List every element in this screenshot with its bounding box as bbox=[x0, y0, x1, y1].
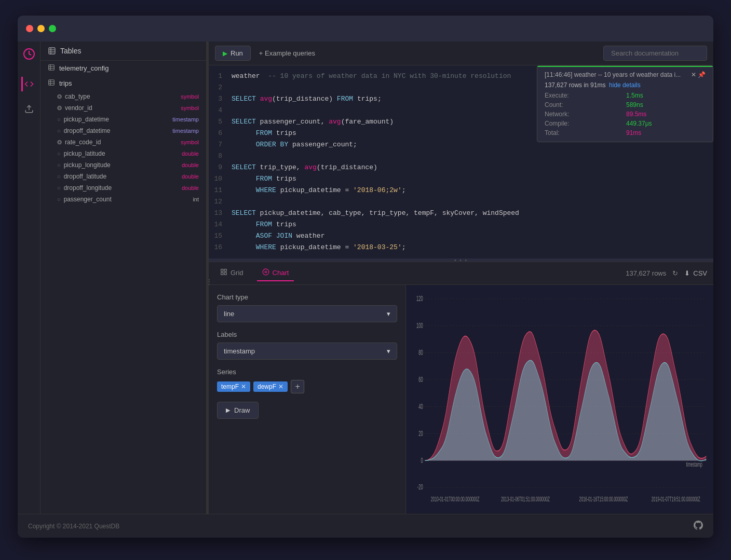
labels-select[interactable]: timestamp ▾ bbox=[217, 343, 397, 360]
run-label: Run bbox=[231, 49, 243, 57]
editor-container: 12345 678910 1112131415 16 weather -- 10… bbox=[209, 65, 713, 258]
footer-copyright: Copyright © 2014-2021 QuestDB bbox=[28, 523, 119, 530]
field-cab-type: ❂ cab_type symbol bbox=[40, 91, 206, 102]
field-dropoff-lat: ○ dropoff_latitude double bbox=[40, 171, 206, 182]
grid-tab-icon bbox=[220, 268, 227, 277]
x-axis-name: timestamp bbox=[686, 460, 702, 468]
x-label-3: 2016-01-16T15:00:00.000000Z bbox=[579, 496, 628, 503]
field-type-dropoff-dt: timestamp bbox=[172, 128, 199, 134]
draw-play-icon: ▶ bbox=[226, 407, 230, 414]
execute-label: Execute: bbox=[545, 92, 624, 99]
grid-tab-label: Grid bbox=[231, 269, 243, 277]
notif-success-bar bbox=[537, 66, 713, 67]
field-type-dropoff-lon: double bbox=[182, 185, 199, 191]
chart-type-label: Chart type bbox=[217, 293, 397, 301]
tag-tempf-label: tempF bbox=[221, 383, 239, 390]
example-queries-button[interactable]: + Example queries bbox=[259, 49, 315, 57]
chart-display: .grid-line { stroke: #333; stroke-width:… bbox=[406, 285, 713, 514]
field-pickup-lon: ○ pickup_longitude double bbox=[40, 159, 206, 171]
labels-value: timestamp bbox=[224, 347, 255, 355]
field-type-pickup-dt: timestamp bbox=[172, 116, 199, 122]
chart-type-value: line bbox=[224, 310, 234, 318]
download-icon: ⬇ bbox=[684, 269, 690, 277]
github-icon[interactable] bbox=[694, 521, 703, 531]
svg-rect-2 bbox=[49, 48, 55, 54]
close-dot[interactable] bbox=[26, 25, 33, 32]
add-series-button[interactable]: + bbox=[291, 380, 304, 393]
sidebar-icons bbox=[18, 42, 40, 514]
y-60: 60 bbox=[418, 375, 423, 383]
tag-dewpf-remove[interactable]: ✕ bbox=[278, 383, 283, 390]
csv-download-button[interactable]: ⬇ CSV bbox=[684, 269, 707, 277]
field-type-pickup-lon: double bbox=[182, 162, 199, 168]
csv-label: CSV bbox=[693, 269, 707, 277]
count-value: 589ns bbox=[626, 101, 706, 108]
y-100: 100 bbox=[416, 322, 423, 330]
refresh-icon[interactable]: ↻ bbox=[672, 269, 678, 277]
titlebar bbox=[18, 16, 713, 42]
query-notification: [11:46:46] weather -- 10 years of weathe… bbox=[537, 65, 713, 142]
field-dropoff-datetime: ○ dropoff_datetime timestamp bbox=[40, 125, 206, 136]
notif-title: [11:46:46] weather -- 10 years of weathe… bbox=[545, 71, 681, 78]
chart-tab-label: Chart bbox=[273, 269, 289, 277]
svg-rect-16 bbox=[224, 272, 226, 275]
run-play-icon: ▶ bbox=[223, 50, 227, 57]
results-tabs: Grid Chart 137,627 rows ↻ ⬇ bbox=[209, 262, 713, 285]
field-type-cab-type: symbol bbox=[181, 93, 199, 100]
svg-rect-6 bbox=[49, 65, 55, 71]
field-type-dropoff-lat: double bbox=[182, 173, 199, 180]
count-label: Count: bbox=[545, 101, 624, 108]
svg-rect-14 bbox=[221, 269, 223, 271]
tag-dewpf-label: dewpF bbox=[258, 383, 276, 390]
tab-chart[interactable]: Chart bbox=[257, 265, 294, 281]
trips-table-grid-icon bbox=[48, 79, 55, 88]
minimize-dot[interactable] bbox=[37, 25, 45, 32]
tab-grid[interactable]: Grid bbox=[215, 265, 249, 281]
x-label-1: 2010-01-01T00:00:00.000000Z bbox=[431, 496, 480, 503]
main-area: ▶ Run + Example queries 12345 678910 111… bbox=[209, 42, 713, 514]
field-pickup-lat: ○ pickup_latitude double bbox=[40, 148, 206, 159]
run-button[interactable]: ▶ Run bbox=[215, 46, 251, 61]
y-neg20: -20 bbox=[417, 483, 423, 491]
maximize-dot[interactable] bbox=[49, 25, 56, 32]
total-value: 91ms bbox=[626, 129, 706, 136]
compile-label: Compile: bbox=[545, 120, 624, 127]
svg-rect-17 bbox=[221, 272, 223, 275]
series-tag-tempf[interactable]: tempF ✕ bbox=[217, 381, 250, 392]
draw-button[interactable]: ▶ Draw bbox=[217, 402, 259, 419]
table-grid-icon bbox=[48, 64, 55, 73]
y-40: 40 bbox=[418, 402, 423, 410]
series-tag-dewpf[interactable]: dewpF ✕ bbox=[253, 381, 288, 392]
y-120: 120 bbox=[416, 295, 423, 303]
draw-label: Draw bbox=[234, 406, 250, 414]
results-info: 137,627 rows ↻ ⬇ CSV bbox=[626, 269, 707, 277]
table-item-trips[interactable]: trips bbox=[40, 76, 206, 91]
field-rate-code-id: ❂ rate_code_id symbol bbox=[40, 136, 206, 148]
tables-label: Tables bbox=[60, 47, 81, 55]
code-icon[interactable] bbox=[21, 77, 36, 91]
chart-type-select[interactable]: line ▾ bbox=[217, 305, 397, 322]
chevron-down-icon: ▾ bbox=[387, 310, 390, 318]
series-tags: tempF ✕ dewpF ✕ + bbox=[217, 380, 397, 393]
notif-close-button[interactable]: ✕ 📌 bbox=[691, 71, 706, 78]
hide-details-link[interactable]: hide details bbox=[609, 81, 641, 89]
x-label-2: 2013-01-06T01:51:00.000000Z bbox=[501, 496, 550, 503]
svg-rect-15 bbox=[224, 269, 226, 271]
network-value: 89.5ms bbox=[626, 111, 706, 118]
toolbar: ▶ Run + Example queries bbox=[209, 42, 713, 65]
line-numbers: 12345 678910 1112131415 16 bbox=[209, 71, 227, 253]
field-vendor-id: ❂ vendor_id symbol bbox=[40, 102, 206, 114]
search-documentation-input[interactable] bbox=[603, 46, 707, 61]
questdb-logo-icon bbox=[22, 47, 36, 61]
field-type-passenger-count: int bbox=[193, 196, 199, 202]
tag-tempf-remove[interactable]: ✕ bbox=[241, 383, 246, 390]
field-type-vendor-id: symbol bbox=[181, 105, 199, 111]
compile-value: 449.37μs bbox=[626, 120, 706, 127]
labels-label: Labels bbox=[217, 331, 397, 338]
table-item-telemetry[interactable]: telemetry_config bbox=[40, 61, 206, 76]
notif-rows-info: 137,627 rows in 91ms hide details bbox=[545, 81, 706, 89]
network-label: Network: bbox=[545, 111, 624, 118]
y-0: 0 bbox=[421, 456, 423, 464]
field-pickup-datetime: ○ pickup_datetime timestamp bbox=[40, 114, 206, 125]
upload-icon[interactable] bbox=[22, 102, 36, 116]
